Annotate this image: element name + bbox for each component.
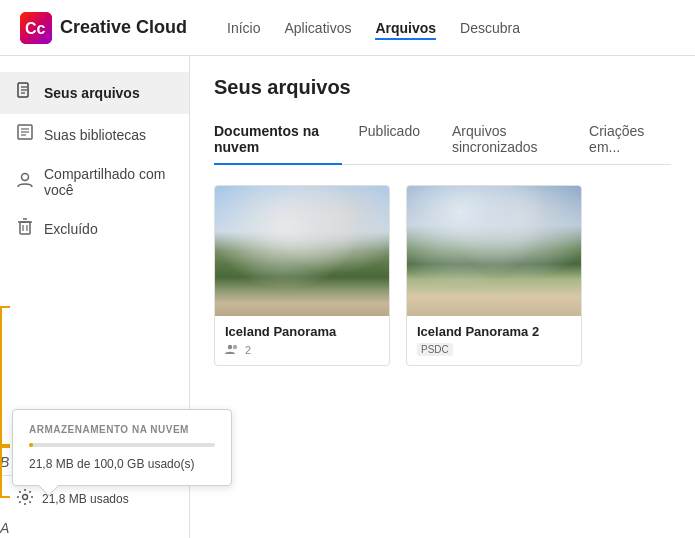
nav-aplicativos[interactable]: Aplicativos [285, 16, 352, 40]
annotation-a-label: A [0, 520, 9, 536]
svg-rect-12 [20, 222, 30, 234]
gear-icon [16, 488, 34, 510]
annotation-a-bracket [0, 446, 10, 498]
sidebar-label-excluido: Excluído [44, 221, 98, 237]
cc-logo-icon: Cc [20, 12, 52, 44]
file-thumbnail-iceland2 [407, 186, 582, 316]
tab-arquivos-sincronizados[interactable]: Arquivos sincronizados [436, 115, 573, 165]
storage-bar-fill [29, 443, 33, 447]
file-name-iceland1: Iceland Panorama [225, 324, 379, 339]
sidebar-item-excluido[interactable]: Excluído [0, 208, 189, 250]
svg-text:Cc: Cc [25, 20, 46, 37]
sidebar-label-suas-bibliotecas: Suas bibliotecas [44, 127, 146, 143]
sidebar-label-compartilhado: Compartilhado com você [44, 166, 173, 198]
file-meta-iceland2: PSDC [417, 343, 571, 356]
tab-criacoes[interactable]: Criações em... [573, 115, 671, 165]
sidebar-item-suas-bibliotecas[interactable]: Suas bibliotecas [0, 114, 189, 156]
nav-descubra[interactable]: Descubra [460, 16, 520, 40]
storage-bar-background [29, 443, 215, 447]
file-type-badge: PSDC [417, 343, 453, 356]
storage-tooltip-title: ARMAZENAMENTO NA NUVEM [29, 424, 215, 435]
nav-inicio[interactable]: Início [227, 16, 260, 40]
svg-point-19 [233, 345, 237, 349]
annotation-b-bracket [0, 306, 10, 446]
svg-point-17 [23, 495, 28, 500]
main-layout: Seus arquivos Suas bibliotecas Compartil… [0, 56, 695, 538]
topbar: Cc Creative Cloud Início Aplicativos Arq… [0, 0, 695, 56]
top-nav: Início Aplicativos Arquivos Descubra [227, 16, 520, 40]
tab-documentos-nuvem[interactable]: Documentos na nuvem [214, 115, 342, 165]
collaborators-count: 2 [245, 344, 251, 356]
file-icon [16, 82, 34, 104]
sidebar-label-seus-arquivos: Seus arquivos [44, 85, 140, 101]
page-title: Seus arquivos [214, 76, 671, 99]
file-info-iceland1: Iceland Panorama 2 [215, 316, 389, 365]
svg-point-11 [22, 174, 29, 181]
file-name-iceland2: Iceland Panorama 2 [417, 324, 571, 339]
trash-icon [16, 218, 34, 240]
sidebar-item-seus-arquivos[interactable]: Seus arquivos [0, 72, 189, 114]
svg-point-18 [228, 345, 232, 349]
app-logo: Cc Creative Cloud [20, 12, 187, 44]
content-tabs: Documentos na nuvem Publicado Arquivos s… [214, 115, 671, 165]
file-thumbnail-iceland1 [215, 186, 390, 316]
sidebar: Seus arquivos Suas bibliotecas Compartil… [0, 56, 190, 538]
file-meta-iceland1: 2 [225, 343, 379, 357]
shared-icon [16, 171, 34, 193]
file-card-iceland1[interactable]: Iceland Panorama 2 [214, 185, 390, 366]
storage-usage-label: 21,8 MB usados [42, 492, 129, 506]
app-title: Creative Cloud [60, 17, 187, 38]
storage-used-text: 21,8 MB de 100,0 GB usado(s) [29, 457, 215, 471]
collaborators-icon [225, 343, 239, 357]
file-grid: Iceland Panorama 2 Iceland Panorama 2 [214, 185, 671, 366]
nav-arquivos[interactable]: Arquivos [375, 16, 436, 40]
storage-tooltip: ARMAZENAMENTO NA NUVEM 21,8 MB de 100,0 … [12, 409, 232, 486]
content-area: Seus arquivos Documentos na nuvem Public… [190, 56, 695, 538]
file-card-iceland2[interactable]: Iceland Panorama 2 PSDC [406, 185, 582, 366]
tab-publicado[interactable]: Publicado [342, 115, 436, 165]
file-info-iceland2: Iceland Panorama 2 PSDC [407, 316, 581, 364]
library-icon [16, 124, 34, 146]
sidebar-item-compartilhado[interactable]: Compartilhado com você [0, 156, 189, 208]
